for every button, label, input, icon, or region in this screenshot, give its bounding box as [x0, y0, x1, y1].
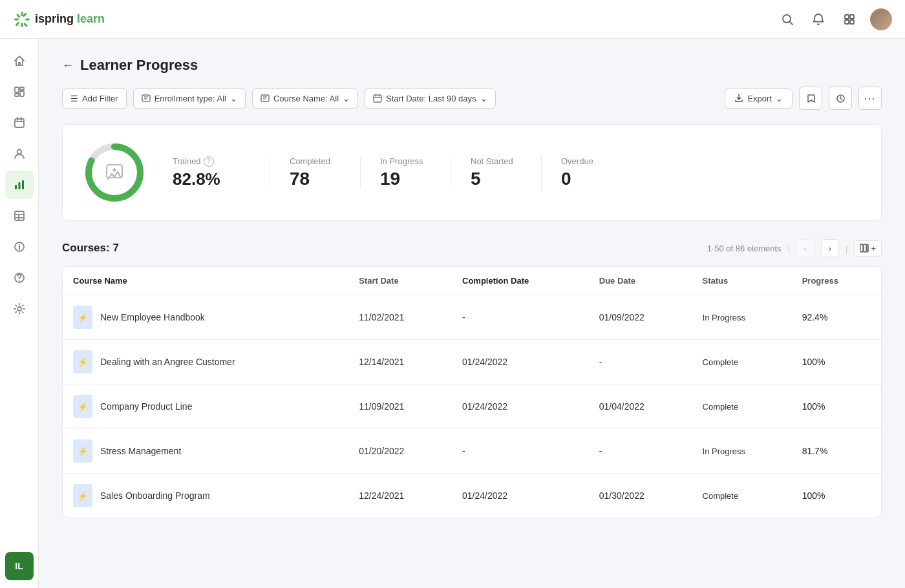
due-date-cell: 01/30/2022 [589, 474, 692, 518]
plus-icon: + [871, 244, 876, 253]
next-page-button[interactable]: › [821, 239, 839, 257]
top-navbar: ispring learn [0, 0, 905, 39]
status-cell: Complete [692, 340, 792, 384]
in-progress-stat: In Progress 19 [360, 156, 425, 189]
svg-line-9 [790, 21, 793, 25]
help-icon[interactable]: ? [204, 156, 214, 167]
table-row[interactable]: Stress Management 01/20/2022 - - In Prog… [63, 429, 881, 474]
user-avatar[interactable] [870, 8, 892, 30]
sidebar-user-initials[interactable]: IL [5, 552, 34, 580]
sidebar-item-info[interactable] [5, 233, 34, 261]
due-date-cell: - [589, 340, 692, 384]
svg-rect-13 [850, 20, 854, 24]
svg-rect-52 [867, 244, 868, 252]
svg-rect-14 [15, 87, 19, 92]
course-name-filter[interactable]: Course Name: All ⌄ [252, 89, 358, 109]
not-started-label: Not Started [471, 156, 515, 166]
pagination-text: 1-50 of 86 elements [707, 244, 782, 253]
logo-text: ispring learn [35, 12, 105, 26]
svg-rect-25 [22, 180, 24, 189]
table-row[interactable]: Sales Onboarding Program 12/24/2021 01/2… [63, 474, 881, 518]
due-date-cell: 01/04/2022 [589, 384, 692, 429]
table-row[interactable]: New Employee Handbook 11/02/2021 - 01/09… [63, 295, 881, 340]
svg-rect-4 [16, 13, 21, 17]
sidebar-item-settings[interactable] [5, 295, 34, 323]
app-logo: ispring learn [13, 10, 105, 28]
svg-rect-7 [23, 22, 28, 26]
courses-section-header: Courses: 7 1-50 of 86 elements | ‹ › | + [62, 239, 882, 257]
svg-point-32 [19, 244, 20, 246]
course-icon [73, 395, 92, 418]
stats-card: Trained ? 82.8% Completed 78 In Progress… [62, 124, 882, 221]
status-cell: Complete [692, 474, 792, 518]
svg-rect-5 [23, 12, 27, 17]
export-button[interactable]: Export ⌄ [725, 89, 793, 109]
course-icon [73, 484, 92, 507]
sidebar-item-people[interactable] [5, 140, 34, 168]
sidebar-item-home[interactable] [5, 47, 34, 75]
page-header: ← Learner Progress [62, 57, 882, 74]
course-icon [73, 439, 92, 463]
enrollment-type-filter[interactable]: Enrollment type: All ⌄ [133, 89, 246, 109]
history-button[interactable] [829, 87, 852, 110]
progress-cell: 100% [792, 474, 881, 518]
svg-point-35 [17, 307, 21, 311]
table-row[interactable]: Dealing with an Angree Customer 12/14/20… [63, 340, 881, 384]
sidebar-item-reports[interactable] [5, 78, 34, 106]
in-progress-label: In Progress [380, 156, 425, 166]
sidebar-item-help[interactable] [5, 264, 34, 292]
svg-rect-39 [261, 95, 269, 101]
search-icon[interactable] [777, 9, 798, 30]
chevron-down-icon: ⌄ [480, 94, 487, 103]
page-title: Learner Progress [80, 57, 198, 74]
svg-point-34 [19, 280, 20, 282]
more-options-button[interactable]: ⋯ [858, 87, 882, 110]
start-date-filter[interactable]: Start Date: Last 90 days ⌄ [365, 89, 495, 109]
course-icon [73, 350, 92, 373]
table-row[interactable]: Company Product Line 11/09/2021 01/24/20… [63, 384, 881, 429]
bookmark-button[interactable] [799, 87, 822, 110]
pagination-info: 1-50 of 86 elements | ‹ › | + [707, 239, 882, 257]
svg-rect-51 [864, 244, 866, 252]
svg-rect-23 [15, 185, 17, 189]
back-button[interactable]: ← [62, 59, 74, 72]
bell-icon[interactable] [808, 9, 829, 30]
completion-date-cell: 01/24/2022 [452, 474, 589, 518]
prev-page-button[interactable]: ‹ [796, 239, 814, 257]
topnav-actions [777, 8, 892, 30]
sidebar: IL [0, 39, 39, 588]
svg-rect-36 [142, 95, 150, 101]
overdue-stat: Overdue 0 [541, 156, 606, 189]
course-filter-icon [261, 94, 270, 103]
course-name: Company Product Line [100, 401, 192, 412]
col-course-name: Course Name [63, 267, 348, 295]
course-icon [73, 306, 92, 329]
trained-value: 82.8% [173, 169, 244, 189]
add-filter-button[interactable]: ☰ Add Filter [62, 89, 127, 109]
svg-rect-17 [15, 94, 19, 96]
svg-rect-18 [15, 119, 24, 127]
donut-icon [104, 162, 125, 183]
overdue-value: 0 [561, 169, 606, 189]
sidebar-item-calendar[interactable] [5, 109, 34, 137]
svg-rect-1 [21, 23, 23, 27]
svg-rect-15 [20, 91, 24, 96]
columns-button[interactable]: + [854, 240, 882, 257]
col-progress: Progress [792, 267, 881, 295]
trained-label: Trained ? [173, 156, 244, 167]
course-name: Sales Onboarding Program [100, 490, 210, 501]
courses-title: Courses: 7 [62, 242, 119, 255]
col-status: Status [692, 267, 792, 295]
not-started-stat: Not Started 5 [451, 156, 515, 189]
progress-cell: 100% [792, 384, 881, 429]
start-date-cell: 01/20/2022 [348, 429, 452, 474]
svg-rect-12 [845, 20, 849, 24]
sidebar-item-analytics[interactable] [5, 171, 34, 199]
completed-label: Completed [290, 156, 334, 166]
grid-icon[interactable] [839, 9, 860, 30]
status-cell: In Progress [692, 295, 792, 340]
sidebar-item-table[interactable] [5, 202, 34, 230]
svg-rect-0 [21, 12, 23, 16]
table-header-row: Course Name Start Date Completion Date D… [63, 267, 881, 295]
start-date-cell: 12/24/2021 [348, 474, 452, 518]
